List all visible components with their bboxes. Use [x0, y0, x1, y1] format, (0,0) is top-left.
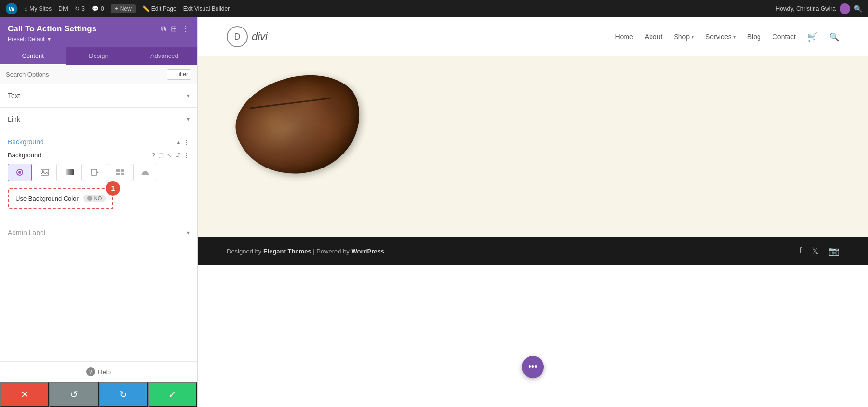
preset-dropdown[interactable]: Preset: Default ▾ — [8, 36, 96, 42]
new-item[interactable]: + New — [111, 4, 136, 13]
bg-chevron-up-icon[interactable]: ▴ — [177, 139, 180, 146]
comment-icon: 💬 — [92, 5, 99, 12]
filter-button[interactable]: + Filter — [167, 69, 191, 80]
tab-advanced[interactable]: Advanced — [132, 47, 197, 65]
cart-icon[interactable]: 🛒 — [807, 31, 818, 42]
svg-rect-10 — [116, 173, 120, 175]
settings-sidebar: Call To Action Settings Preset: Default … — [0, 17, 198, 407]
svg-rect-6 — [91, 169, 97, 175]
bg-reset-icon[interactable]: ↺ — [175, 152, 180, 159]
header-row: Call To Action Settings Preset: Default … — [8, 24, 190, 42]
nav-about[interactable]: About — [645, 33, 663, 41]
shop-chevron-icon: ▾ — [692, 34, 694, 40]
undo-button[interactable]: ↺ — [49, 382, 98, 407]
site-below-footer: ••• — [198, 265, 868, 407]
bg-tab-image[interactable] — [33, 164, 57, 181]
svg-marker-7 — [97, 171, 99, 173]
background-header: Background ▴ ⋮ — [8, 138, 190, 146]
help-icon: ? — [86, 367, 95, 376]
search-input[interactable] — [6, 71, 167, 78]
use-background-color-box: Use Background Color NO — [8, 188, 113, 209]
toggle-dot — [87, 196, 92, 201]
bread-image — [236, 77, 371, 217]
help-row[interactable]: ? Help — [0, 361, 197, 382]
toggle-no-label: NO — [94, 196, 102, 201]
link-label: Link — [8, 115, 20, 123]
site-logo: D divi — [227, 26, 268, 47]
copy-icon[interactable]: ⧉ — [161, 25, 166, 33]
admin-search-icon[interactable]: 🔍 — [854, 5, 862, 13]
bg-tab-gradient[interactable] — [58, 164, 82, 181]
bg-more-icon[interactable]: ⋮ — [183, 139, 190, 146]
sidebar-content: Text ▾ Link ▾ Background ▴ ⋮ — [0, 84, 197, 361]
bg-tab-color[interactable] — [8, 164, 32, 181]
svg-rect-8 — [116, 169, 120, 172]
cancel-button[interactable]: ✕ — [0, 382, 49, 407]
logo-text: divi — [252, 30, 268, 43]
facebook-icon[interactable]: f — [800, 246, 802, 256]
exit-builder-item[interactable]: Exit Visual Builder — [183, 5, 230, 12]
floating-action-button[interactable]: ••• — [522, 356, 544, 378]
nav-contact[interactable]: Contact — [773, 33, 796, 41]
link-section[interactable]: Link ▾ — [0, 108, 197, 131]
site-main — [198, 56, 868, 237]
bg-tab-video[interactable] — [83, 164, 107, 181]
use-bg-color-toggle[interactable]: NO — [83, 195, 106, 202]
main-layout: Call To Action Settings Preset: Default … — [0, 17, 868, 407]
sidebar-header: Call To Action Settings Preset: Default … — [0, 17, 197, 47]
bottom-action-bar: ✕ ↺ ↻ ✓ — [0, 382, 197, 407]
site-search-icon[interactable]: 🔍 — [829, 32, 839, 42]
comments-item[interactable]: 💬 0 — [92, 5, 104, 12]
twitter-icon[interactable]: 𝕏 — [812, 246, 819, 256]
admin-label-chevron-icon: ▾ — [187, 229, 190, 236]
admin-label-section[interactable]: Admin Label ▾ — [0, 221, 197, 244]
grid-icon[interactable]: ⊞ — [171, 24, 177, 33]
instagram-icon[interactable]: 📷 — [828, 246, 839, 256]
save-button[interactable]: ✓ — [148, 382, 197, 407]
header-left: Call To Action Settings Preset: Default … — [8, 24, 96, 42]
link-chevron-icon: ▾ — [187, 116, 190, 123]
text-chevron-icon: ▾ — [187, 92, 190, 99]
svg-point-2 — [18, 171, 21, 174]
background-section: Background ▴ ⋮ Background ? ▢ ↖ ↺ ⋮ — [0, 131, 197, 221]
bread-texture — [226, 62, 372, 188]
bg-arrow-icon[interactable]: ↖ — [167, 152, 172, 159]
site-nav: Home About Shop ▾ Services ▾ Blog Contac… — [615, 31, 839, 42]
bg-tab-pattern[interactable] — [108, 164, 132, 181]
site-header: D divi Home About Shop ▾ Services ▾ Blog — [198, 17, 868, 56]
divi-item[interactable]: Divi — [58, 5, 68, 12]
svg-rect-5 — [66, 169, 74, 175]
help-label: Help — [98, 368, 111, 376]
bg-dots-icon[interactable]: ⋮ — [183, 152, 190, 159]
text-section[interactable]: Text ▾ — [0, 84, 197, 108]
bg-desktop-icon[interactable]: ▢ — [158, 152, 164, 159]
redo-button[interactable]: ↻ — [99, 382, 148, 407]
nav-shop[interactable]: Shop ▾ — [674, 33, 694, 41]
footer-text: Designed by Elegant Themes | Powered by … — [227, 248, 384, 255]
background-header-icons: ▴ ⋮ — [177, 139, 190, 146]
svg-rect-11 — [121, 173, 124, 175]
bg-help-icon[interactable]: ? — [152, 152, 155, 159]
background-label[interactable]: Background — [8, 138, 44, 146]
tab-design[interactable]: Design — [66, 47, 131, 65]
use-bg-color-label: Use Background Color — [15, 195, 79, 202]
preset-chevron-icon: ▾ — [48, 36, 51, 42]
background-sub-icons: ? ▢ ↖ ↺ ⋮ — [152, 152, 190, 159]
admin-bar-left: W ⌂ My Sites Divi ↻ 3 💬 0 + New ✏️ Edit … — [6, 3, 768, 14]
refresh-item[interactable]: ↻ 3 — [75, 5, 85, 12]
svg-rect-3 — [41, 169, 49, 175]
logo-circle: D — [227, 26, 248, 47]
tab-content[interactable]: Content — [0, 47, 66, 65]
sidebar-title: Call To Action Settings — [8, 24, 96, 34]
my-sites-item[interactable]: ⌂ My Sites — [24, 5, 52, 12]
wordpress-icon[interactable]: W — [6, 3, 17, 14]
more-icon[interactable]: ⋮ — [182, 24, 190, 33]
nav-blog[interactable]: Blog — [747, 33, 761, 41]
edit-page-item[interactable]: ✏️ Edit Page — [142, 5, 176, 12]
background-sub-label: Background — [8, 152, 41, 159]
nav-services[interactable]: Services ▾ — [705, 33, 736, 41]
bg-tab-mask[interactable] — [133, 164, 157, 181]
nav-home[interactable]: Home — [615, 33, 633, 41]
settings-tabs: Content Design Advanced — [0, 47, 197, 65]
avatar[interactable] — [840, 3, 850, 14]
